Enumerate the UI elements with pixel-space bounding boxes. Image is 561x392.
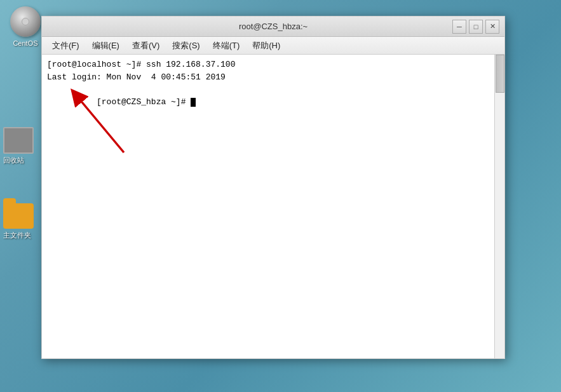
menu-file[interactable]: 文件(F) [47, 39, 84, 53]
terminal-window: root@CZS_hbza:~ ─ □ ✕ 文件(F) 编辑(E) 查看(V) … [41, 16, 505, 359]
terminal-body[interactable]: [root@localhost ~]# ssh 192.168.37.100 L… [42, 55, 504, 358]
menu-terminal[interactable]: 终端(T) [208, 39, 245, 53]
centos-icon-label: CentOS [13, 39, 37, 47]
minimize-button[interactable]: ─ [452, 20, 466, 34]
folder-icon-label: 主文件夹 [3, 231, 31, 239]
menu-edit[interactable]: 编辑(E) [87, 39, 125, 53]
title-bar-controls: ─ □ ✕ [452, 20, 499, 34]
close-button[interactable]: ✕ [485, 20, 499, 34]
title-bar: root@CZS_hbza:~ ─ □ ✕ [42, 17, 504, 37]
title-bar-text: root@CZS_hbza:~ [239, 22, 308, 31]
recycle-bin-label: 回收站 [3, 127, 34, 165]
menu-help[interactable]: 帮助(H) [247, 39, 285, 53]
folder-icon [3, 203, 34, 229]
menu-view[interactable]: 查看(V) [127, 39, 165, 53]
menu-bar: 文件(F) 编辑(E) 查看(V) 搜索(S) 终端(T) 帮助(H) [42, 37, 504, 55]
maximize-button[interactable]: □ [469, 20, 483, 34]
terminal-text-area[interactable]: [root@localhost ~]# ssh 192.168.37.100 L… [42, 55, 504, 358]
terminal-line-2: Last login: Mon Nov 4 00:45:51 2019 [47, 71, 499, 84]
cd-icon [10, 6, 41, 37]
desktop: CentOS 回收站 主文件夹 root@CZS_hbza:~ ─ □ ✕ 文件… [0, 0, 561, 392]
terminal-line-1: [root@localhost ~]# ssh 192.168.37.100 [47, 58, 499, 71]
scrollbar[interactable] [494, 55, 504, 358]
cursor [191, 98, 196, 107]
terminal-line-3: [root@CZS_hbza ~]# [47, 83, 499, 121]
menu-search[interactable]: 搜索(S) [167, 39, 205, 53]
folder-desktop-icon[interactable]: 主文件夹 [3, 203, 34, 240]
scrollbar-thumb[interactable] [496, 55, 504, 93]
